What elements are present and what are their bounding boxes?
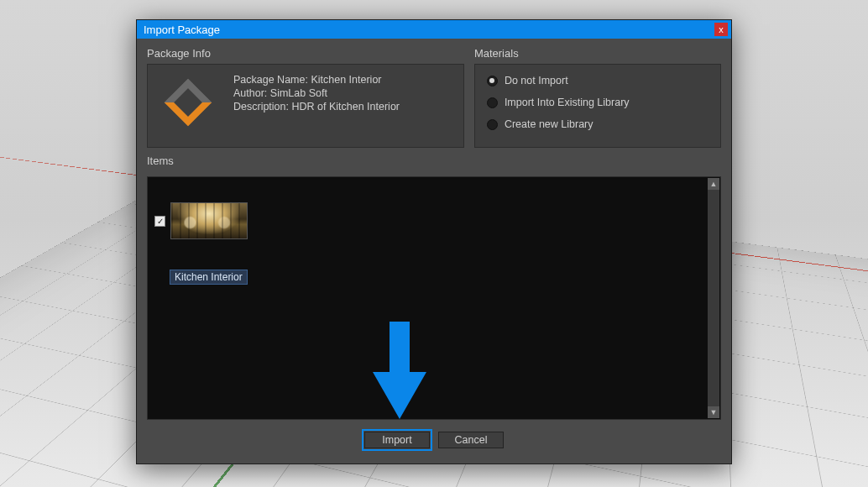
import-package-dialog: Import Package x Package Info [136,19,732,464]
item-thumbnail[interactable] [170,202,248,239]
radio-label: Create new Library [505,118,593,130]
item-name-label: Kitchen Interior [170,270,248,285]
import-button[interactable]: Import [364,432,430,448]
scroll-up-button[interactable]: ▲ [708,178,719,190]
package-info-group: Package Info [147,47,464,148]
scroll-down-button[interactable]: ▼ [708,406,719,418]
chevron-down-icon: ▼ [710,408,718,416]
items-heading: Items [147,154,721,167]
materials-option-do-not-import[interactable]: Do not Import [487,75,710,86]
materials-option-create-new[interactable]: Create new Library [487,118,710,130]
chevron-up-icon: ▲ [710,180,718,188]
item-checkbox[interactable]: ✓ [154,216,165,227]
radio-label: Do not Import [505,75,568,86]
annotation-arrow-icon [373,322,426,419]
package-name-line: Package Name: Kitchen Interior [233,73,453,86]
materials-option-import-existing[interactable]: Import Into Existing Library [487,97,710,108]
radio-label: Import Into Existing Library [505,97,630,108]
radio-icon [487,76,498,86]
package-icon [158,73,218,130]
items-panel: ✓ Kitchen Interior ▲ ▼ [147,176,721,420]
materials-group: Materials Do not Import Import Into Exis… [474,47,721,148]
dialog-title: Import Package [144,24,220,36]
package-description-line: Description: HDR of Kitchen Interior [233,100,453,113]
cancel-button[interactable]: Cancel [438,432,504,448]
radio-icon [487,119,498,130]
svg-marker-8 [373,322,426,419]
materials-heading: Materials [474,47,721,60]
package-author-line: Author: SimLab Soft [233,86,453,100]
dialog-titlebar[interactable]: Import Package x [137,20,731,39]
package-info-heading: Package Info [147,47,464,60]
close-icon: x [719,25,724,34]
check-icon: ✓ [157,217,164,226]
items-scrollbar[interactable]: ▲ ▼ [708,178,719,418]
item-kitchen-interior[interactable]: ✓ Kitchen Interior [154,202,264,285]
radio-icon [487,97,498,108]
close-button[interactable]: x [714,23,728,36]
